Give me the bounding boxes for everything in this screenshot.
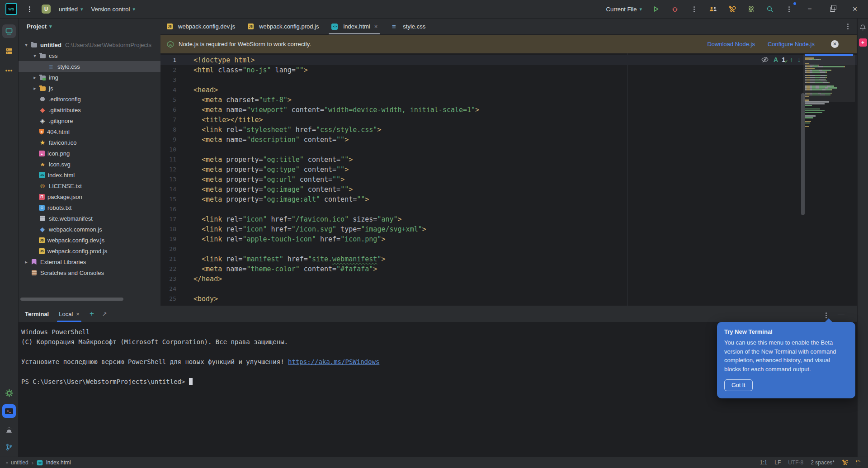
ai-assistant-plugin-icon[interactable]: + <box>859 38 867 47</box>
download-nodejs-link[interactable]: Download Node.js <box>707 41 755 47</box>
terminal-options-icon[interactable] <box>826 311 827 317</box>
main-menu-icon[interactable] <box>25 4 33 14</box>
tree-item[interactable]: index.html <box>19 170 160 180</box>
popup-title: Try New Terminal <box>724 328 848 335</box>
code-line: 22 <meta name="theme-color" content="#fa… <box>160 264 857 274</box>
editor-tab[interactable]: webpack.config.dev.js <box>160 19 241 34</box>
got-it-button[interactable]: Got It <box>724 379 753 391</box>
tree-item[interactable]: webpack.common.js <box>19 224 160 235</box>
code-line: 20 <box>160 244 857 254</box>
close-terminal-tab-icon[interactable]: × <box>76 311 80 317</box>
search-everywhere-icon[interactable] <box>765 4 775 14</box>
more-tool-windows-button[interactable]: ••• <box>0 61 18 79</box>
tab-options-icon[interactable] <box>847 19 857 34</box>
tree-item[interactable]: Scratches and Consoles <box>19 267 160 278</box>
minimap[interactable] <box>805 54 853 128</box>
tree-item[interactable]: robots.txt <box>19 202 160 213</box>
project-avatar[interactable]: U <box>42 5 51 14</box>
tree-item[interactable]: ▸External Libraries <box>19 256 160 267</box>
chevron-right-icon[interactable]: ▸ <box>22 259 30 265</box>
tree-item[interactable]: icon.svg <box>19 159 160 170</box>
maximize-terminal-icon[interactable]: ↗ <box>102 311 107 317</box>
tree-item[interactable]: ▾untitledC:\Users\User\WebstormProjects <box>19 39 160 50</box>
tree-item[interactable]: favicon.ico <box>19 137 160 148</box>
prev-problem-icon[interactable]: ↑ <box>790 56 793 63</box>
breadcrumbs: untitled › index.html <box>6 459 71 466</box>
chevron-right-icon[interactable]: ▸ <box>31 75 39 80</box>
gitattributes-icon <box>39 107 46 113</box>
status-tools-icon[interactable] <box>842 459 848 466</box>
chevron-down-icon[interactable]: ▾ <box>31 53 39 59</box>
new-terminal-session-icon[interactable]: + <box>90 309 94 318</box>
tree-item[interactable]: .gitignore <box>19 115 160 126</box>
highlighting-eye-icon[interactable] <box>761 56 769 63</box>
tree-item[interactable]: site.webmanifest <box>19 213 160 224</box>
project-widget[interactable]: untitled ▾ <box>59 6 83 13</box>
tree-item[interactable]: ▾css <box>19 50 160 61</box>
tree-item[interactable]: style.css <box>19 61 160 72</box>
terminal-tool-button[interactable]: >_ <box>0 402 18 420</box>
status-item[interactable]: 2 spaces* <box>811 459 835 466</box>
tree-item[interactable]: icon.png <box>19 148 160 159</box>
project-panel-header[interactable]: Project ▾ <box>19 19 160 34</box>
editor-scrollbar[interactable] <box>801 93 805 215</box>
terminal-link[interactable]: https://aka.ms/PSWindows <box>288 358 379 365</box>
next-problem-icon[interactable]: ↓ <box>797 56 801 63</box>
tree-item-label: 404.html <box>47 128 70 135</box>
hide-terminal-icon[interactable]: — <box>838 310 844 318</box>
code-editor[interactable]: 1<!doctype html>2<html class="no-js" lan… <box>160 53 857 306</box>
code-line: 1<!doctype html> <box>160 55 857 65</box>
configure-nodejs-link[interactable]: Configure Node.js <box>768 41 815 47</box>
settings-button[interactable] <box>0 384 18 402</box>
tree-item[interactable]: ▸js <box>19 83 160 94</box>
run-config-label: Current File <box>606 6 637 13</box>
typo-inspection-icon[interactable]: A✓1 <box>774 56 785 63</box>
tree-item[interactable]: ▸img <box>19 72 160 83</box>
tree-item-label: icon.svg <box>49 161 71 168</box>
tree-item[interactable]: package.json <box>19 191 160 202</box>
tree-item[interactable]: .gitattributes <box>19 104 160 115</box>
tree-item[interactable]: webpack.config.prod.js <box>19 246 160 256</box>
run-button[interactable] <box>651 4 661 14</box>
run-configuration-widget[interactable]: Current File ▾ <box>606 6 642 13</box>
project-tool-button[interactable] <box>0 22 18 40</box>
notifications-bell-icon[interactable] <box>859 24 866 31</box>
status-item[interactable]: LF <box>774 459 781 466</box>
status-item[interactable]: UTF-8 <box>788 459 803 466</box>
breadcrumb-project[interactable]: untitled <box>11 459 28 466</box>
tools-icon[interactable] <box>727 4 737 14</box>
close-tab-icon[interactable]: × <box>374 23 378 30</box>
breadcrumb-file[interactable]: index.html <box>46 459 71 466</box>
notifications-tool-button[interactable] <box>0 421 18 439</box>
robots-file-icon <box>39 205 45 211</box>
banner-close-icon[interactable]: ✕ <box>831 40 839 48</box>
tree-item[interactable]: LICENSE.txt <box>19 180 160 191</box>
settings-menu-icon[interactable] <box>784 4 794 14</box>
window-restore-button[interactable] <box>826 7 839 12</box>
tree-item[interactable]: 404.html <box>19 126 160 137</box>
ai-assistant-icon[interactable] <box>746 4 756 14</box>
horizontal-scrollbar[interactable] <box>20 298 123 301</box>
vcs-widget[interactable]: Version control ▾ <box>91 6 135 13</box>
version-control-tool-button[interactable] <box>0 438 18 456</box>
structure-tool-button[interactable] <box>0 42 18 60</box>
editor-tab[interactable]: style.css <box>384 19 432 34</box>
window-minimize-button[interactable]: − <box>803 5 816 13</box>
js-file-icon <box>248 24 254 29</box>
more-run-actions-icon[interactable] <box>689 4 699 14</box>
chevron-right-icon[interactable]: ▸ <box>31 85 39 91</box>
editor-tab[interactable]: webpack.config.prod.js <box>241 19 325 34</box>
editor-tab[interactable]: index.html× <box>325 19 384 34</box>
status-item[interactable]: 1:1 <box>760 459 768 466</box>
code-with-me-icon[interactable] <box>708 4 718 14</box>
debug-button[interactable] <box>670 4 680 14</box>
terminal-tab-local[interactable]: Local × <box>57 306 81 322</box>
window-close-button[interactable]: × <box>848 5 862 13</box>
tree-item[interactable]: .editorconfig <box>19 94 160 104</box>
write-access-lock-icon[interactable] <box>856 460 862 466</box>
activity-bar: ••• >_ <box>0 19 19 457</box>
tree-item[interactable]: webpack.config.dev.js <box>19 235 160 246</box>
chevron-down-icon[interactable]: ▾ <box>22 42 30 48</box>
tree-item-label: js <box>49 85 53 92</box>
terminal-title[interactable]: Terminal <box>25 311 49 317</box>
